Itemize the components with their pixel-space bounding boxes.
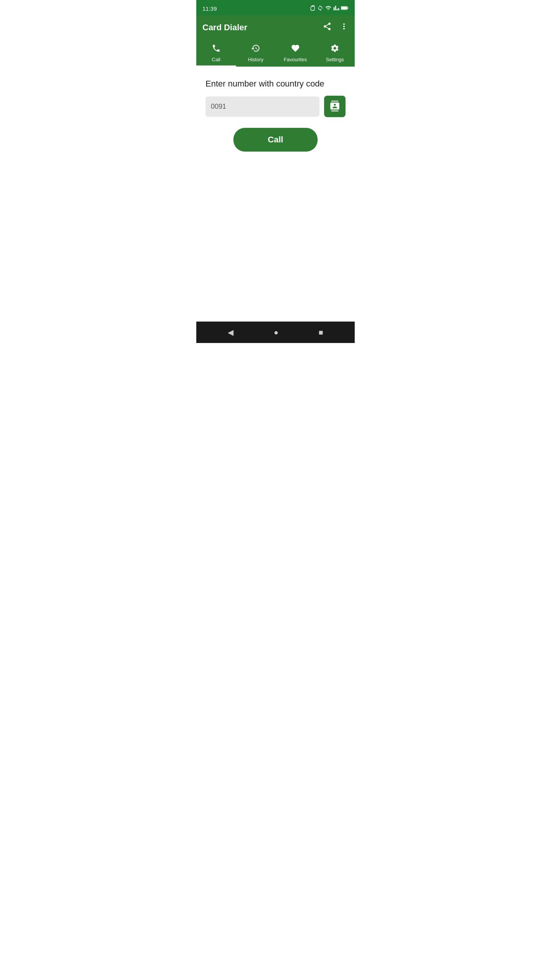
tab-call-label: Call (212, 57, 220, 62)
status-time: 11:39 (202, 5, 217, 12)
contacts-button[interactable] (324, 96, 346, 117)
status-bar: 11:39 (196, 0, 355, 15)
svg-rect-5 (341, 7, 347, 9)
settings-icon (330, 44, 339, 55)
tab-history[interactable]: History (236, 40, 276, 65)
home-button[interactable]: ● (266, 325, 286, 340)
back-button[interactable]: ◀ (220, 325, 241, 340)
wifi-icon (325, 5, 332, 12)
svg-rect-1 (312, 5, 313, 7)
battery-icon (341, 5, 349, 12)
more-options-icon[interactable] (339, 22, 349, 33)
contact-icon (329, 101, 340, 113)
sync-icon (317, 5, 323, 12)
recents-icon: ■ (318, 328, 323, 337)
tab-settings-label: Settings (326, 57, 344, 62)
home-icon: ● (274, 328, 278, 337)
phone-number-input[interactable] (205, 96, 320, 117)
back-icon: ◀ (228, 328, 233, 337)
tab-call[interactable]: Call (196, 40, 236, 65)
share-icon[interactable] (323, 22, 332, 33)
tab-bar: Call History Favourites Settings (196, 40, 355, 67)
heart-icon (291, 44, 300, 55)
phone-icon (212, 44, 221, 55)
signal-icon (333, 5, 339, 12)
tab-settings[interactable]: Settings (315, 40, 355, 65)
status-icons (310, 5, 349, 12)
svg-rect-0 (311, 5, 312, 7)
recents-button[interactable]: ■ (311, 325, 331, 340)
app-title: Card Dialer (202, 23, 247, 33)
main-content: Enter number with country code Call (196, 67, 355, 322)
svg-rect-4 (347, 7, 349, 8)
call-button[interactable]: Call (233, 128, 318, 152)
app-bar: Card Dialer (196, 15, 355, 40)
svg-rect-2 (313, 5, 313, 7)
tab-favourites[interactable]: Favourites (276, 40, 315, 65)
nav-bar: ◀ ● ■ (196, 322, 355, 343)
tab-favourites-label: Favourites (284, 57, 307, 62)
app-bar-actions (323, 22, 349, 33)
instruction-text: Enter number with country code (205, 79, 346, 89)
history-icon (251, 44, 260, 55)
input-row (205, 96, 346, 117)
sd-card-icon (310, 5, 316, 12)
tab-history-label: History (248, 57, 263, 62)
